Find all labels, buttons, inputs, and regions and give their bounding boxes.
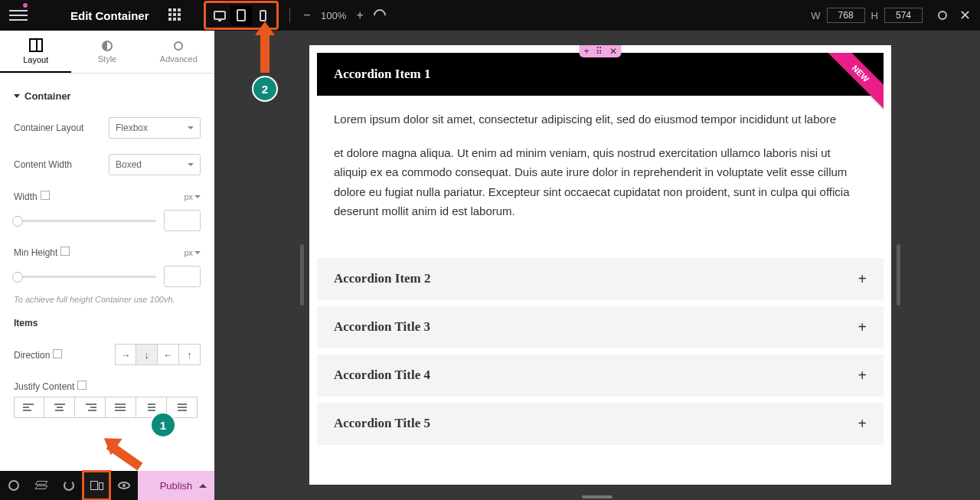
width-slider[interactable] — [14, 220, 156, 222]
scroll-indicator[interactable] — [897, 244, 900, 306]
plus-icon: + — [858, 415, 867, 433]
tab-layout[interactable]: Layout — [0, 31, 71, 73]
unsaved-indicator — [23, 3, 28, 8]
accordion-item-title: Accordion Item 2 — [334, 271, 431, 286]
accordion-item-2[interactable]: Accordion Item 2+ — [317, 258, 884, 300]
zoom-reset-button[interactable] — [374, 9, 386, 21]
content-width-value: Boxed — [116, 159, 142, 170]
tab-layout-label: Layout — [23, 55, 48, 64]
accordion-paragraph: Lorem ipsum dolor sit amet, consectetur … — [334, 109, 867, 129]
width-unit-select[interactable]: px — [184, 192, 201, 201]
annotation-arrow-1 — [109, 440, 147, 449]
remove-element-button[interactable]: ✕ — [609, 46, 617, 57]
close-button[interactable]: ✕ — [959, 7, 971, 24]
accordion-item-3[interactable]: Accordion Title 3+ — [317, 306, 884, 348]
layers-icon — [36, 481, 47, 490]
page-settings-button[interactable] — [0, 471, 28, 500]
height-label: H — [871, 10, 878, 21]
direction-left[interactable]: ← — [158, 344, 179, 365]
accordion-paragraph: et dolore magna aliqua. Ut enim ad minim… — [334, 143, 867, 221]
desktop-icon — [214, 11, 226, 20]
responsive-toggle[interactable] — [77, 381, 87, 390]
justify-between[interactable] — [106, 397, 136, 418]
widgets-button[interactable] — [168, 8, 182, 22]
accordion-item-1-header[interactable]: Accordion Item 1 NEW — [317, 53, 884, 96]
container-layout-select[interactable]: Flexbox — [109, 117, 201, 139]
chevron-down-icon — [194, 251, 201, 254]
direction-up[interactable]: ↑ — [179, 344, 201, 365]
responsive-toggle[interactable] — [60, 247, 70, 256]
divider — [289, 8, 290, 23]
settings-button[interactable] — [936, 9, 949, 21]
direction-right[interactable]: → — [115, 344, 136, 365]
dimension-controls: W H ✕ — [811, 7, 974, 24]
chevron-down-icon — [194, 195, 201, 198]
width-label: W — [811, 10, 820, 21]
plus-icon: + — [858, 319, 867, 336]
chevron-down-icon — [14, 94, 20, 98]
scroll-indicator[interactable] — [300, 244, 304, 306]
direction-label: Direction — [14, 350, 50, 361]
accordion-item-1-content: Lorem ipsum dolor sit amet, consectetur … — [317, 96, 884, 252]
accordion-item-title: Accordion Title 5 — [334, 416, 430, 431]
publish-button[interactable]: Publish — [138, 471, 214, 500]
tab-style[interactable]: Style — [71, 31, 142, 73]
minheight-number-input[interactable] — [164, 266, 201, 287]
content-width-label: Content Width — [14, 159, 72, 170]
accordion-item-1-title: Accordion Item 1 — [334, 67, 431, 81]
preview-canvas: + ⠿ ✕ Accordion Item 1 NEW Lorem ipsum d… — [214, 31, 980, 500]
navigator-button[interactable] — [28, 471, 55, 500]
history-button[interactable] — [55, 471, 83, 500]
accordion-item-4[interactable]: Accordion Title 4+ — [317, 355, 884, 397]
history-icon — [64, 480, 74, 491]
topbar: Edit Container − 100% + W H ✕ — [0, 0, 980, 31]
responsive-mode-button[interactable] — [83, 471, 110, 500]
minheight-hint: To achieve full height Container use 100… — [14, 295, 201, 304]
minheight-slider[interactable] — [14, 276, 156, 278]
zoom-in-button[interactable]: + — [354, 9, 366, 21]
section-title: Container — [24, 90, 71, 102]
responsive-icon — [90, 481, 103, 490]
container-section-toggle[interactable]: Container — [14, 90, 201, 102]
width-number-input[interactable] — [164, 210, 201, 231]
canvas-height-input[interactable] — [884, 8, 923, 23]
direction-buttons: → ↓ ← ↑ — [115, 344, 201, 365]
add-element-button[interactable]: + — [583, 46, 589, 57]
desktop-device-button[interactable] — [209, 5, 230, 25]
resize-handle[interactable] — [582, 495, 612, 498]
gear-icon — [8, 480, 19, 491]
tablet-device-button[interactable] — [230, 5, 252, 25]
panel-tabs: Layout Style Advanced — [0, 31, 214, 74]
justify-start[interactable] — [14, 397, 44, 418]
justify-end[interactable] — [75, 397, 106, 418]
annotation-arrow-2 — [260, 31, 270, 73]
annotation-marker-1: 1 — [150, 412, 176, 438]
plus-icon: + — [858, 270, 867, 288]
minheight-unit-select[interactable]: px — [184, 248, 201, 257]
zoom-controls: − 100% + — [301, 9, 386, 21]
preview-button[interactable] — [110, 471, 138, 500]
plus-icon: + — [858, 367, 867, 384]
panel-title: Edit Container — [70, 9, 149, 22]
reset-icon — [371, 7, 389, 25]
accordion-item-5[interactable]: Accordion Title 5+ — [317, 403, 884, 445]
responsive-toggle[interactable] — [53, 349, 62, 358]
minheight-label: Min Height — [14, 247, 57, 258]
content-width-select[interactable]: Boxed — [109, 154, 201, 175]
chevron-up-icon — [199, 484, 207, 488]
tab-advanced-label: Advanced — [160, 54, 198, 64]
justify-center[interactable] — [44, 397, 75, 418]
menu-button[interactable] — [9, 6, 28, 25]
zoom-out-button[interactable]: − — [301, 9, 313, 21]
tab-advanced[interactable]: Advanced — [143, 31, 214, 73]
tab-style-label: Style — [98, 54, 116, 64]
justify-buttons — [14, 397, 201, 418]
justify-label: Justify Content — [14, 381, 74, 392]
direction-down[interactable]: ↓ — [136, 344, 158, 365]
width-label: Width — [14, 191, 38, 202]
canvas-width-input[interactable] — [827, 8, 865, 23]
tablet-icon — [237, 9, 246, 21]
drag-handle[interactable]: ⠿ — [596, 46, 603, 57]
layout-icon — [29, 38, 43, 52]
responsive-toggle[interactable] — [41, 191, 50, 200]
